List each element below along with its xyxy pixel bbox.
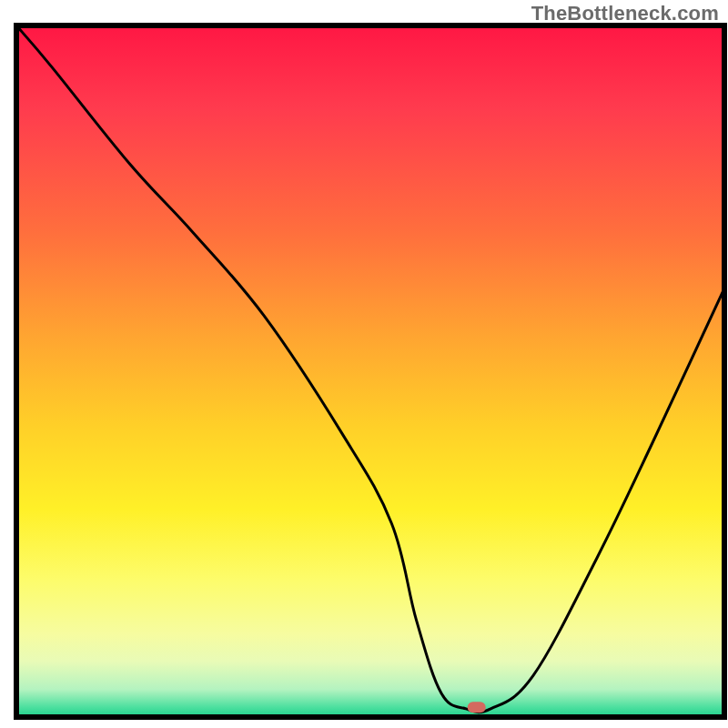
chart-stage: TheBottleneck.com: [0, 0, 728, 728]
plot-gradient-background: [16, 25, 724, 717]
bottleneck-chart: [0, 0, 728, 728]
optimal-point-marker: [468, 702, 486, 713]
watermark-text: TheBottleneck.com: [531, 2, 719, 25]
